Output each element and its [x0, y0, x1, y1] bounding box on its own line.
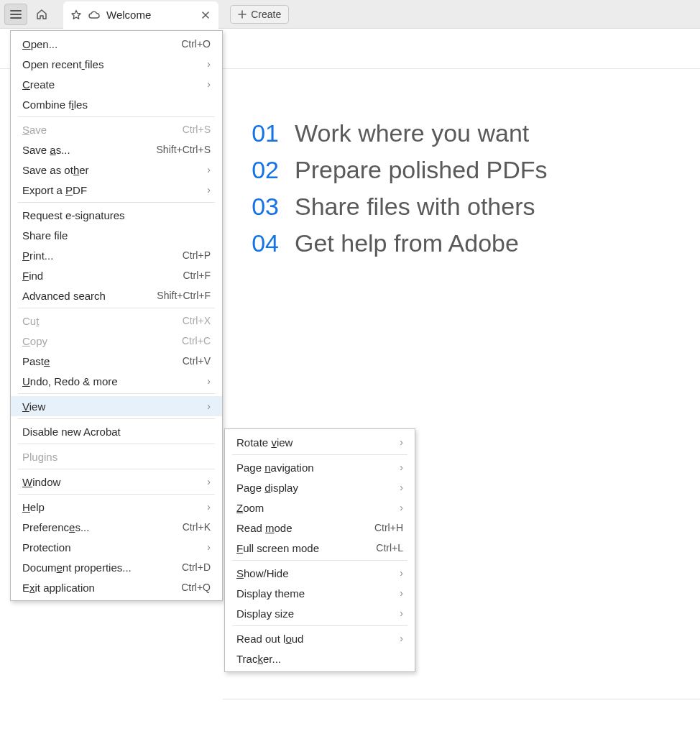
menu-item-disable-new-acrobat[interactable]: Disable new Acrobat	[11, 421, 222, 441]
menu-item-label: Open recent files	[22, 58, 103, 70]
menu-item-print[interactable]: Print...Ctrl+P	[11, 245, 222, 265]
menu-item-label: Save	[22, 124, 47, 136]
menu-item-full-screen-mode[interactable]: Full screen modeCtrl+L	[225, 538, 415, 558]
star-icon	[70, 9, 82, 21]
chevron-right-icon: ›	[207, 400, 211, 412]
menu-item-protection[interactable]: Protection›	[11, 537, 222, 557]
menu-item-window[interactable]: Window›	[11, 472, 222, 492]
menu-item-label: Display theme	[236, 587, 305, 600]
menu-item-shortcut: Ctrl+K	[183, 521, 211, 533]
menu-item-save-as-other[interactable]: Save as other›	[11, 160, 222, 180]
home-button[interactable]	[30, 4, 53, 25]
menu-item-read-mode[interactable]: Read modeCtrl+H	[225, 518, 415, 538]
tab-close-button[interactable]	[200, 9, 211, 21]
menu-item-rotate-view[interactable]: Rotate view›	[225, 432, 415, 452]
menu-item-label: Full screen mode	[236, 542, 319, 554]
menu-item-advanced-search[interactable]: Advanced searchShift+Ctrl+F	[11, 285, 222, 306]
menu-item-show-hide[interactable]: Show/Hide›	[225, 563, 415, 583]
menu-item-page-display[interactable]: Page display›	[225, 477, 415, 497]
menu-item-shortcut: Shift+Ctrl+F	[157, 290, 211, 301]
feature-text: Prepare polished PDFs	[295, 156, 548, 184]
hamburger-menu-button[interactable]	[4, 4, 27, 25]
create-button[interactable]: Create	[230, 5, 289, 24]
menu-item-label: Protection	[22, 541, 71, 554]
menu-item-label: Rotate view	[236, 436, 293, 449]
chevron-right-icon: ›	[400, 462, 403, 473]
feature-row[interactable]: 04Get help from Adobe	[244, 229, 671, 257]
menu-separator	[18, 444, 215, 444]
menu-separator	[232, 625, 407, 626]
menu-separator	[18, 494, 215, 495]
menu-item-combine-files[interactable]: Combine files	[11, 94, 222, 114]
menu-item-zoom[interactable]: Zoom›	[225, 497, 415, 518]
create-label: Create	[251, 9, 281, 20]
feature-number: 04	[244, 229, 279, 257]
bottom-panel-divider	[223, 699, 700, 700]
menu-item-label: Page navigation	[236, 462, 314, 474]
tab-welcome[interactable]: Welcome	[63, 1, 218, 29]
menu-item-document-properties[interactable]: Document properties...Ctrl+D	[11, 557, 222, 577]
plus-icon	[238, 10, 247, 19]
menu-item-label: Paste	[22, 355, 50, 367]
menu-separator	[18, 393, 215, 394]
menu-item-shortcut: Ctrl+F	[183, 270, 211, 281]
chevron-right-icon: ›	[207, 184, 211, 196]
menu-separator	[18, 116, 215, 117]
tab-title: Welcome	[106, 9, 151, 21]
chevron-right-icon: ›	[207, 164, 211, 175]
menu-item-shortcut: Ctrl+O	[181, 38, 211, 50]
menu-item-shortcut: Ctrl+L	[376, 542, 403, 554]
menu-item-shortcut: Ctrl+H	[374, 522, 403, 533]
menu-item-display-size[interactable]: Display size›	[225, 603, 415, 623]
menu-item-page-navigation[interactable]: Page navigation›	[225, 457, 415, 477]
chevron-right-icon: ›	[400, 567, 403, 579]
menu-item-create[interactable]: Create›	[11, 74, 222, 94]
feature-number: 01	[244, 119, 279, 147]
menu-item-label: Document properties...	[22, 561, 132, 574]
menu-item-label: Display size	[236, 607, 294, 620]
menu-item-paste[interactable]: PasteCtrl+V	[11, 351, 222, 371]
menu-item-label: Save as...	[22, 144, 70, 156]
menu-separator	[232, 560, 407, 561]
menu-item-export-a-pdf[interactable]: Export a PDF›	[11, 180, 222, 200]
chevron-right-icon: ›	[400, 436, 403, 448]
menu-item-undo-redo-more[interactable]: Undo, Redo & more›	[11, 371, 222, 391]
menu-separator	[18, 418, 215, 419]
menu-item-exit-application[interactable]: Exit applicationCtrl+Q	[11, 577, 222, 597]
menu-item-label: Read mode	[236, 522, 293, 534]
menu-item-view[interactable]: View›	[11, 396, 222, 416]
feature-number: 02	[244, 156, 279, 184]
chevron-right-icon: ›	[207, 476, 211, 487]
feature-text: Work where you want	[295, 119, 529, 147]
feature-row[interactable]: 03Share files with others	[244, 193, 671, 221]
menu-item-share-file[interactable]: Share file	[11, 225, 222, 245]
chevron-right-icon: ›	[400, 607, 403, 619]
menu-item-preferences[interactable]: Preferences...Ctrl+K	[11, 517, 222, 537]
menu-item-help[interactable]: Help›	[11, 497, 222, 517]
menu-item-read-out-loud[interactable]: Read out loud›	[225, 628, 415, 648]
menu-item-save-as[interactable]: Save as...Shift+Ctrl+S	[11, 139, 222, 160]
menu-item-copy: CopyCtrl+C	[11, 331, 222, 351]
menu-item-request-e-signatures[interactable]: Request e-signatures	[11, 205, 222, 225]
feature-row[interactable]: 02Prepare polished PDFs	[244, 156, 671, 184]
chevron-right-icon: ›	[207, 375, 211, 387]
feature-row[interactable]: 01Work where you want	[244, 119, 671, 147]
menu-item-find[interactable]: FindCtrl+F	[11, 265, 222, 285]
menu-item-open-recent-files[interactable]: Open recent files›	[11, 54, 222, 74]
menu-item-display-theme[interactable]: Display theme›	[225, 583, 415, 603]
menu-separator	[18, 202, 215, 203]
menu-item-tracker[interactable]: Tracker...	[225, 648, 415, 669]
menu-item-label: Request e-signatures	[22, 209, 125, 221]
menu-item-label: Share file	[22, 229, 68, 242]
menu-item-open[interactable]: Open...Ctrl+O	[11, 34, 222, 54]
menu-item-label: Read out loud	[236, 633, 303, 645]
menu-item-label: Help	[22, 501, 45, 513]
chevron-right-icon: ›	[207, 501, 211, 513]
menu-item-label: Cut	[22, 315, 39, 327]
menu-item-shortcut: Ctrl+C	[182, 335, 211, 346]
menu-item-label: Export a PDF	[22, 184, 87, 196]
menu-item-label: Advanced search	[22, 290, 106, 302]
menu-item-label: Window	[22, 476, 60, 488]
menu-item-save: SaveCtrl+S	[11, 119, 222, 139]
chevron-right-icon: ›	[400, 482, 403, 493]
